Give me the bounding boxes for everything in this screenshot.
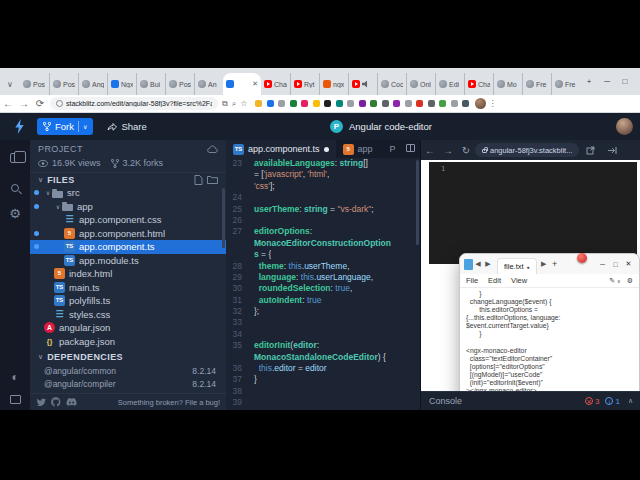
tab-overflow-icon[interactable]: ▶	[539, 260, 549, 268]
notepad-title-bar[interactable]: ◀ ▶ file.txt ● ▶ + ─ □	[460, 254, 639, 274]
extension-icon[interactable]	[405, 100, 412, 107]
code-area[interactable]: 23availableLanguages: string[]= ['javasc…	[226, 158, 420, 409]
browser-profile-avatar[interactable]	[475, 98, 486, 109]
file-row-angular-json[interactable]: Aangular.json	[30, 321, 226, 335]
url-field[interactable]: stackblitz.com/edit/angular-58fj3v?file=…	[50, 97, 218, 110]
extension-icon[interactable]	[382, 100, 389, 107]
new-folder-icon[interactable]	[207, 175, 218, 184]
browser-tab-active[interactable]: ✕	[223, 73, 261, 95]
tab-groups-icon[interactable]: ⧉	[222, 99, 228, 109]
tab-close-icon[interactable]: ✕	[252, 80, 258, 88]
browser-tab[interactable]: Ang	[78, 73, 107, 95]
extension-icon[interactable]	[428, 100, 435, 107]
browser-tab[interactable]: Ngx	[107, 73, 136, 95]
extension-icon[interactable]	[313, 100, 320, 107]
extension-icon[interactable]	[324, 100, 331, 107]
minimize-button[interactable]: ─	[598, 77, 616, 86]
preview-back-icon[interactable]: ←	[421, 145, 439, 156]
browser-tab[interactable]: Fre	[522, 73, 551, 95]
browser-tab[interactable]: ngx	[319, 73, 348, 95]
tab-audio-speaker-icon[interactable]	[362, 81, 369, 88]
browser-tab[interactable]: Ryt	[290, 73, 319, 95]
reload-icon[interactable]: ⟳	[32, 95, 48, 113]
extension-icon[interactable]	[336, 100, 343, 107]
extension-icon[interactable]	[301, 100, 308, 107]
extension-icon[interactable]	[290, 100, 297, 107]
browser-tab[interactable]: Pos	[49, 73, 78, 95]
extension-icon[interactable]	[255, 100, 262, 107]
tab-app-component-html[interactable]: 5 app	[336, 140, 380, 158]
file-panel-scrollbar[interactable]	[222, 188, 225, 248]
zoom-icon[interactable]: ⌕	[232, 99, 236, 109]
extension-icon[interactable]	[359, 100, 366, 107]
notepad-new-tab-button[interactable]: +	[549, 259, 561, 269]
menu-view[interactable]: View	[511, 276, 527, 285]
preview-reload-icon[interactable]: ↻	[457, 145, 475, 156]
search-icon[interactable]	[0, 178, 30, 196]
file-row-package-json[interactable]: {}package.json	[30, 335, 226, 349]
notepad-close-button[interactable]: ✕	[622, 260, 635, 268]
console-bar[interactable]: Console ✕3 i1 ∧	[421, 391, 640, 410]
split-editor-icon[interactable]	[406, 144, 415, 154]
extension-icon[interactable]	[347, 100, 354, 107]
theme-toggle-icon[interactable]: ◐	[0, 370, 30, 384]
notepad-text-area[interactable]: } changeLanguage($event) { this.editorOp…	[466, 290, 636, 395]
user-avatar[interactable]	[616, 118, 633, 135]
dependency-row[interactable]: @angular/common8.2.14	[30, 364, 226, 377]
site-info-icon[interactable]	[56, 100, 63, 107]
browser-tab[interactable]: Onl	[406, 73, 435, 95]
twitter-icon[interactable]	[36, 398, 46, 407]
tab-app-component-ts[interactable]: TS app.component.ts	[226, 140, 336, 158]
menu-edit[interactable]: Edit	[488, 276, 501, 285]
browser-tab[interactable]: Pos	[20, 73, 49, 95]
extension-icon[interactable]	[439, 100, 446, 107]
browser-tab[interactable]: Fre	[551, 73, 580, 95]
settings-gear-icon[interactable]: ⚙	[0, 206, 30, 221]
tab-scroll-right-icon[interactable]: ▶	[483, 260, 493, 268]
notepad-tab[interactable]: file.txt ●	[497, 258, 537, 274]
browser-tab[interactable]: Pos	[165, 73, 194, 95]
prettier-icon[interactable]: P	[390, 144, 396, 154]
preview-monaco-editor[interactable]: 1	[429, 162, 637, 264]
tab-search-chevron-icon[interactable]: ∨	[0, 80, 20, 95]
browser-tab[interactable]: Cha	[261, 73, 290, 95]
extension-icon[interactable]	[278, 100, 285, 107]
browser-tab[interactable]: Cha	[464, 73, 493, 95]
dependencies-header[interactable]: ∨ DEPENDENCIES	[30, 350, 226, 364]
console-expand-icon[interactable]: ∧	[628, 397, 633, 405]
close-button[interactable]: ✕	[634, 77, 640, 86]
file-row-index-html[interactable]: 5index.html	[30, 267, 226, 281]
browser-tab[interactable]: Coc	[377, 73, 406, 95]
preview-url-field[interactable]: angular-58fj3v.stackblit...	[475, 143, 579, 157]
browser-tab[interactable]: An	[194, 73, 223, 95]
notepad-maximize-button[interactable]: □	[609, 261, 622, 268]
browser-menu-icon[interactable]: ⋮	[488, 99, 496, 108]
fork-chevron-icon[interactable]: ∨	[83, 123, 87, 130]
new-tab-button[interactable]: +	[580, 77, 598, 86]
extension-icon[interactable]	[451, 100, 458, 107]
forward-icon[interactable]: →	[16, 95, 32, 113]
extension-icon[interactable]	[416, 100, 423, 107]
bookmark-star-icon[interactable]: ☆	[240, 99, 247, 108]
extension-icon[interactable]	[370, 100, 377, 107]
dock-preview-icon[interactable]	[607, 146, 617, 155]
share-button[interactable]: Share	[107, 121, 146, 132]
back-icon[interactable]: ←	[0, 95, 16, 113]
fork-button[interactable]: Fork ∨	[37, 118, 93, 135]
open-in-new-window-icon[interactable]	[586, 146, 595, 155]
file-row-src[interactable]: ∨src	[30, 186, 226, 200]
browser-tab[interactable]: Edi	[435, 73, 464, 95]
layout-icon[interactable]	[0, 390, 30, 408]
file-row-styles-css[interactable]: ☰styles.css	[30, 308, 226, 322]
download-project-icon[interactable]	[207, 145, 218, 154]
files-header[interactable]: ∨ FILES	[30, 172, 226, 186]
extension-icon[interactable]	[462, 100, 469, 107]
preview-forward-icon[interactable]: →	[439, 145, 457, 156]
file-row-main-ts[interactable]: TSmain.ts	[30, 281, 226, 295]
editing-mode-icon[interactable]: ✎ ∨	[609, 277, 621, 285]
file-row-polyfills-ts[interactable]: TSpolyfills.ts	[30, 294, 226, 308]
tab-scroll-left-icon[interactable]: ◀	[473, 260, 483, 268]
extension-icon[interactable]	[267, 100, 274, 107]
file-row-app[interactable]: ∨app	[30, 200, 226, 214]
discord-icon[interactable]	[66, 398, 77, 406]
